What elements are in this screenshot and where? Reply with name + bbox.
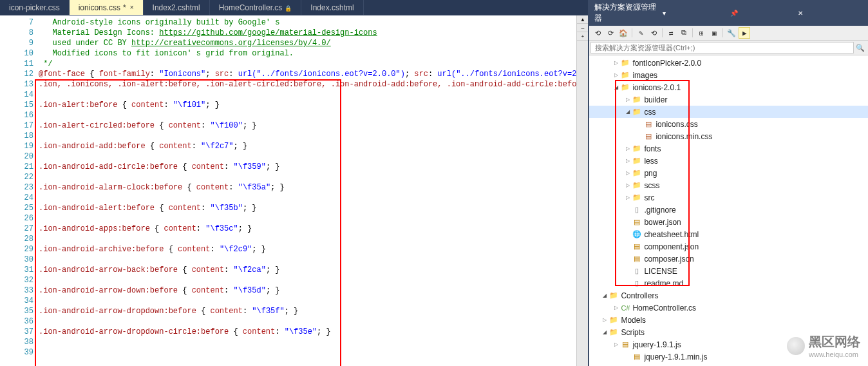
tree-item-scripts[interactable]: 📁Scripts <box>589 326 868 338</box>
code-line[interactable]: .ion-android-add:before { content: "\f2c… <box>39 141 576 151</box>
tree-item-ionicons-css[interactable]: ▤ionicons.css <box>589 118 868 130</box>
expander-icon[interactable] <box>624 97 632 102</box>
search-icon[interactable]: 🔍 <box>854 42 867 53</box>
tab-homecontroller-cs[interactable]: HomeController.cs <box>210 0 302 15</box>
code-line[interactable] <box>39 131 576 141</box>
code-line[interactable]: Android-style icons originally built by … <box>39 17 576 28</box>
tree-item-readme-md[interactable]: ▯readme.md <box>589 277 868 289</box>
expander-icon[interactable] <box>612 305 620 311</box>
code-line[interactable]: .ion-android-arrow-back:before { content… <box>39 265 576 275</box>
expander-icon[interactable] <box>624 195 632 200</box>
expander-icon[interactable] <box>624 158 632 164</box>
code-line[interactable] <box>39 172 576 182</box>
code-line[interactable]: .ion-android-arrow-down:before { content… <box>39 285 576 296</box>
code-line[interactable] <box>39 110 576 120</box>
toolbar-button[interactable]: 🏠 <box>618 27 629 39</box>
tree-item-images[interactable]: 📁images <box>589 69 868 81</box>
tree-item-fonticonpicker-2-0-0[interactable]: 📁fontIconPicker-2.0.0 <box>589 57 868 69</box>
expander-icon[interactable] <box>601 293 609 298</box>
toolbar-button[interactable]: ⟲ <box>592 27 603 39</box>
code-line[interactable]: .ion-alert:before { content: "\f101"; } <box>39 100 576 110</box>
code-line[interactable] <box>39 337 576 347</box>
tree-item-fonts[interactable]: 📁fonts <box>589 142 868 155</box>
tree-item-ionicons-2-0-1[interactable]: 📁ionicons-2.0.1 <box>589 81 868 93</box>
tab-index2-cshtml[interactable]: Index2.cshtml <box>144 0 210 15</box>
expander-icon[interactable] <box>624 182 632 188</box>
code-line[interactable]: .ion-android-alert:before { content: "\f… <box>39 203 576 213</box>
tree-item-jquery-1-9-1-min-js[interactable]: ▤jquery-1.9.1.min.js <box>589 351 868 363</box>
tree-item-jquery-1-9-1-js[interactable]: ▤jquery-1.9.1.js <box>589 338 868 351</box>
nav-up-icon[interactable]: ▲ <box>577 15 588 24</box>
tab-ionicons-css[interactable]: ionicons.css× <box>70 0 144 15</box>
tree-item-css[interactable]: 📁css <box>589 106 868 118</box>
expander-icon[interactable] <box>612 342 620 347</box>
expander-icon[interactable] <box>612 60 620 66</box>
tree-item-bower-json[interactable]: ▤bower.json <box>589 216 868 228</box>
code-line[interactable]: .ion-android-arrow-dropdown-circle:befor… <box>39 327 576 337</box>
code-line[interactable]: used under CC BY http://creativecommons.… <box>39 38 576 48</box>
code-line[interactable]: @font-face { font-family: "Ionicons"; sr… <box>39 69 576 79</box>
dropdown-icon[interactable]: ▾ <box>663 10 728 17</box>
code-line[interactable]: .ion, .ionicons, .ion-alert:before, .ion… <box>39 79 576 90</box>
tree-item-controllers[interactable]: 📁Controllers <box>589 289 868 302</box>
expander-icon[interactable] <box>624 109 632 115</box>
code-area[interactable]: Android-style icons originally built by … <box>39 15 576 366</box>
nav-plus-icon[interactable]: + <box>577 32 588 41</box>
tree-item-homecontroller-cs[interactable]: C#HomeController.cs <box>589 302 868 314</box>
tree-item-builder[interactable]: 📁builder <box>589 93 868 106</box>
code-line[interactable] <box>39 275 576 285</box>
toolbar-button[interactable]: ▣ <box>708 27 720 39</box>
code-line[interactable] <box>39 234 576 244</box>
tree-item-png[interactable]: 📁png <box>589 167 868 179</box>
code-line[interactable]: .ion-android-apps:before { content: "\f3… <box>39 224 576 234</box>
pin-icon[interactable]: 📌 <box>730 10 795 17</box>
tree-item-models[interactable]: 📁Models <box>589 314 868 326</box>
code-line[interactable]: .ion-android-add-circle:before { content… <box>39 162 576 172</box>
tree-item-license[interactable]: ▯LICENSE <box>589 265 868 277</box>
expander-icon[interactable] <box>612 72 620 78</box>
line-number: 16 <box>0 110 33 120</box>
toolbar-button[interactable]: 🔧 <box>726 27 737 39</box>
code-line[interactable]: .ion-android-arrow-dropdown:before { con… <box>39 306 576 316</box>
code-line[interactable] <box>39 255 576 265</box>
expander-icon[interactable] <box>624 170 632 176</box>
tab-icon-picker-css[interactable]: icon-picker.css <box>0 0 70 15</box>
tree-item-composer-json[interactable]: ▤composer.json <box>589 253 868 265</box>
code-line[interactable] <box>39 213 576 224</box>
code-line[interactable]: .ion-android-alarm-clock:before { conten… <box>39 182 576 193</box>
tree-item-ionicons-min-css[interactable]: ▤ionicons.min.css <box>589 130 868 142</box>
close-icon[interactable]: ✕ <box>798 10 863 17</box>
toolbar-button[interactable]: ⇄ <box>665 27 677 39</box>
toolbar-button[interactable]: ✎ <box>635 27 646 39</box>
toolbar-button[interactable]: ▶ <box>739 27 750 39</box>
code-line[interactable]: Modified icons to fit ionicon' s grid fr… <box>39 48 576 59</box>
code-line[interactable] <box>39 316 576 327</box>
code-line[interactable] <box>39 151 576 162</box>
tree-item-less[interactable]: 📁less <box>589 155 868 167</box>
tree-item-src[interactable]: 📁src <box>589 191 868 204</box>
expander-icon[interactable] <box>612 84 620 90</box>
close-tab-icon[interactable]: × <box>130 4 134 11</box>
tree-item-scss[interactable]: 📁scss <box>589 179 868 191</box>
tree-item--gitignore[interactable]: ▯.gitignore <box>589 204 868 216</box>
toolbar-button[interactable]: ⧉ <box>678 27 690 39</box>
toolbar-button[interactable]: ⊞ <box>695 27 707 39</box>
toolbar-button[interactable]: ⟲ <box>648 27 659 39</box>
code-line[interactable] <box>39 296 576 306</box>
expander-icon[interactable] <box>601 317 609 323</box>
tree-item-component-json[interactable]: ▤component.json <box>589 240 868 253</box>
code-line[interactable]: .ion-android-archive:before { content: "… <box>39 244 576 255</box>
code-line[interactable]: .ion-alert-circled:before { content: "\f… <box>39 120 576 131</box>
code-line[interactable] <box>39 193 576 203</box>
code-line[interactable]: Material Design Icons: https://github.co… <box>39 28 576 38</box>
tree-item-cheatsheet-html[interactable]: 🌐cheatsheet.html <box>589 228 868 240</box>
code-line[interactable]: */ <box>39 59 576 69</box>
code-line[interactable] <box>39 90 576 100</box>
nav-dash-icon[interactable]: — <box>577 24 588 32</box>
solution-tree[interactable]: 📁fontIconPicker-2.0.0📁images📁ionicons-2.… <box>589 55 868 366</box>
tab-index-cshtml[interactable]: Index.cshtml <box>301 0 363 15</box>
toolbar-button[interactable]: ⟳ <box>605 27 616 39</box>
expander-icon[interactable] <box>601 329 609 335</box>
expander-icon[interactable] <box>624 146 632 151</box>
search-input[interactable] <box>590 42 854 53</box>
